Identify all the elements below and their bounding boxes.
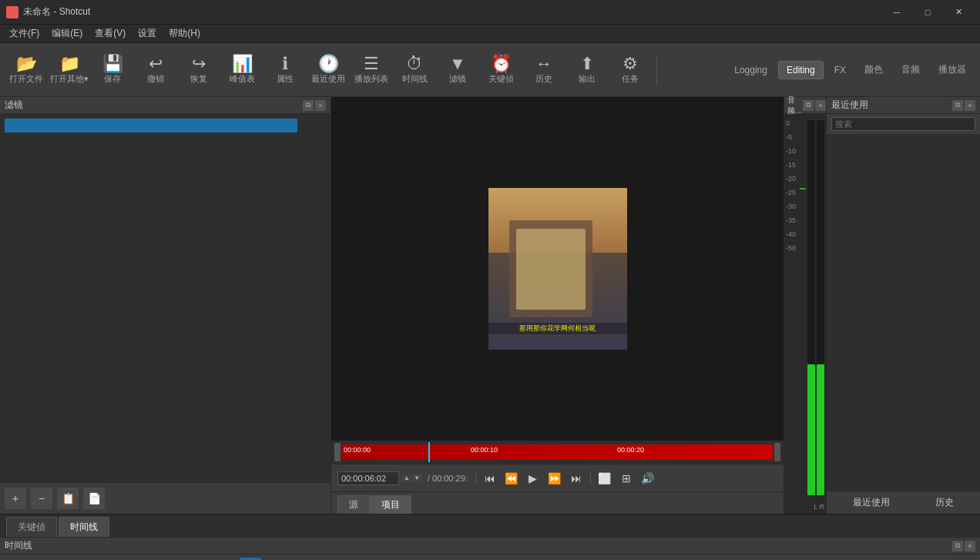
keyframe-tab[interactable]: 关键侦 <box>6 517 57 537</box>
audio-meter: 0-5-10-15-20-25-30-35-40-50L R <box>784 114 826 514</box>
toolbar-btn-9[interactable]: ⏱时间线 <box>394 48 435 92</box>
video-frame: 那用那你花学网何相当呢 <box>488 188 627 350</box>
toolbar-btn-3[interactable]: ↩撤销 <box>136 48 176 92</box>
audio-bars <box>807 120 824 495</box>
audio-scale-label-0: 0 <box>786 120 796 134</box>
audio-panel-controls: ⧉ × <box>803 100 826 111</box>
mode-btn-editing[interactable]: Editing <box>778 61 824 79</box>
toolbar-btn-2[interactable]: 💾保存 <box>92 48 133 92</box>
menu-item-设置[interactable]: 设置 <box>132 25 163 42</box>
timeline-toolbar: ☰✂📋📄+−▲▼⊢🔒👁◎✴⊖⊕⬜ <box>0 555 980 560</box>
recent-history-tab[interactable]: 历史 <box>928 495 962 511</box>
transport-end-button[interactable]: ⏭ <box>567 469 586 488</box>
toolbar-separator <box>656 55 657 86</box>
filter-copy-button[interactable]: 📋 <box>57 488 79 509</box>
recent-float-button[interactable]: ⧉ <box>952 100 963 111</box>
audio-scale-label-4: -20 <box>786 176 796 189</box>
timeline-left-handle[interactable] <box>334 443 341 461</box>
filter-float-button[interactable]: ⧉ <box>303 100 314 111</box>
maximize-button[interactable]: □ <box>912 0 943 25</box>
mode-btn-颜色[interactable]: 颜色 <box>857 60 891 79</box>
toolbar-icon-0: 📂 <box>16 55 37 72</box>
audio-panel-header: 音频… ⧉ × <box>784 97 826 114</box>
timeline-right-handle[interactable] <box>774 443 780 461</box>
menu-item-编辑(E)[interactable]: 编辑(E) <box>45 25 89 42</box>
toolbar-btn-8[interactable]: ☰播放列表 <box>351 48 391 92</box>
audio-bar-r <box>817 120 824 495</box>
toolbar-icon-6: ℹ <box>282 55 288 72</box>
toolbar-btn-12[interactable]: ↔历史 <box>524 48 564 92</box>
toolbar-btn-5[interactable]: 📊峰值表 <box>222 48 262 92</box>
menu-item-文件(F)[interactable]: 文件(F) <box>3 25 45 42</box>
toolbar-btn-0[interactable]: 📂打开文件 <box>6 48 46 92</box>
timecode-up[interactable]: ▲ <box>402 474 411 481</box>
transport-play-button[interactable]: ▶ <box>524 469 542 488</box>
mode-btn-播放器[interactable]: 播放器 <box>931 60 974 79</box>
timeline-track[interactable]: 00:00:00 00:00:10 00:00:20 <box>342 444 773 460</box>
audio-scale-label-6: -30 <box>786 203 796 217</box>
filter-item[interactable] <box>5 119 297 132</box>
transport-sep-2 <box>590 471 591 485</box>
filter-remove-button[interactable]: − <box>31 488 52 509</box>
filter-panel: 滤镜 ⧉ × + − 📋 📄 <box>0 97 331 514</box>
audio-scale: 0-5-10-15-20-25-30-35-40-50 <box>786 120 796 262</box>
recent-used-tab[interactable]: 最近使用 <box>845 495 898 511</box>
mode-btn-fx[interactable]: FX <box>827 62 854 79</box>
timeline-panel-header: 时间线 ⧉ × <box>0 538 980 555</box>
filter-paste-button[interactable]: 📄 <box>83 488 105 509</box>
toolbar-btn-1[interactable]: 📁打开其他▾ <box>49 48 89 92</box>
toolbar-btn-10[interactable]: ▼滤镜 <box>438 48 478 92</box>
minimize-button[interactable]: ─ <box>881 0 912 25</box>
timeline-tab[interactable]: 时间线 <box>59 517 109 537</box>
timeline-close-button[interactable]: × <box>965 541 975 552</box>
filter-panel-title: 滤镜 <box>5 99 23 112</box>
preview-timeline[interactable]: 00:00:00 00:00:10 00:00:20 <box>331 441 784 464</box>
project-tab[interactable]: 项目 <box>370 495 411 514</box>
timecode-down[interactable]: ▼ <box>412 474 421 481</box>
transport-forward-button[interactable]: ⏩ <box>545 469 564 488</box>
filter-add-button[interactable]: + <box>5 488 26 509</box>
transport-stop-button[interactable]: ⬜ <box>596 469 614 488</box>
timecode-input[interactable] <box>337 471 399 485</box>
playhead <box>428 442 430 462</box>
toolbar-btn-4[interactable]: ↪恢复 <box>179 48 219 92</box>
timeline-float-button[interactable]: ⧉ <box>952 541 963 552</box>
timecode-stepper[interactable]: ▲ ▼ <box>402 474 421 481</box>
filter-footer: + − 📋 📄 <box>0 482 331 514</box>
transport-grid-button[interactable]: ⊞ <box>617 469 636 488</box>
toolbar-btn-7[interactable]: 🕐最近使用 <box>308 48 348 92</box>
transport-start-button[interactable]: ⏮ <box>481 469 499 488</box>
window-controls: ─ □ ✕ <box>881 0 974 25</box>
recent-search-input[interactable] <box>831 117 975 131</box>
toolbar-btn-13[interactable]: ⬆输出 <box>567 48 607 92</box>
filter-panel-controls: ⧉ × <box>303 100 326 111</box>
close-button[interactable]: ✕ <box>943 0 974 25</box>
menu-item-查看(V)[interactable]: 查看(V) <box>89 25 132 42</box>
preview-video: 那用那你花学网何相当呢 <box>331 97 784 441</box>
toolbar-icon-7: 🕐 <box>318 55 339 72</box>
audio-bar-l <box>807 120 815 495</box>
main-area: 滤镜 ⧉ × + − 📋 📄 <box>0 97 980 514</box>
audio-scale-label-1: -5 <box>786 134 796 148</box>
transport-volume-button[interactable]: 🔊 <box>639 469 657 488</box>
menu-item-帮助(H)[interactable]: 帮助(H) <box>163 25 206 42</box>
source-tab[interactable]: 源 <box>337 495 370 514</box>
toolbar-icon-12: ↔ <box>535 55 552 72</box>
toolbar-icon-2: 💾 <box>102 55 123 72</box>
recent-close-button[interactable]: × <box>965 100 975 111</box>
toolbar-btn-11[interactable]: ⏰关键侦 <box>481 48 521 92</box>
mode-btn-logging[interactable]: Logging <box>727 62 775 79</box>
audio-scale-label-7: -35 <box>786 217 796 231</box>
audio-float-button[interactable]: ⧉ <box>803 100 814 111</box>
toolbar-btn-6[interactable]: ℹ属性 <box>265 48 305 92</box>
toolbar-icon-13: ⬆ <box>580 55 594 72</box>
mode-btn-音频[interactable]: 音频 <box>894 60 928 79</box>
audio-fill-r <box>817 364 824 495</box>
transport-sep-1 <box>475 471 476 485</box>
toolbar-icon-9: ⏱ <box>406 55 423 72</box>
source-tabs: 源 项目 <box>331 491 784 514</box>
toolbar-btn-14[interactable]: ⚙任务 <box>610 48 650 92</box>
audio-close-button[interactable]: × <box>815 100 826 111</box>
transport-rewind-button[interactable]: ⏪ <box>502 469 521 488</box>
filter-close-button[interactable]: × <box>315 100 326 111</box>
